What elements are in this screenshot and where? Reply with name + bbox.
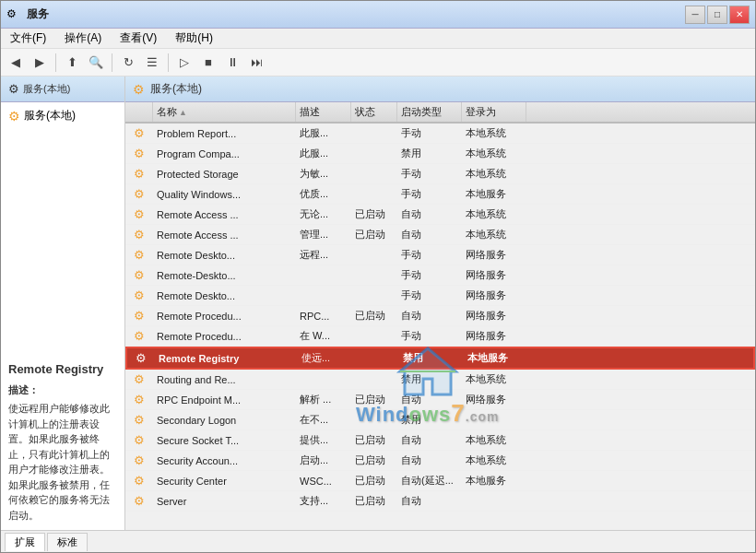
table-row[interactable]: ⚙ Problem Report... 此服... 手动 本地系统 — [125, 124, 755, 144]
row-name: Remote-Deskto... — [153, 265, 296, 285]
tab-standard[interactable]: 标准 — [47, 533, 88, 551]
row-name: Remote Procedu... — [153, 326, 296, 346]
close-button[interactable]: ✕ — [729, 6, 750, 24]
row-login: 本地服务 — [462, 184, 526, 204]
refresh-button[interactable]: ↻ — [117, 52, 139, 74]
right-header: ⚙ 服务(本地) — [125, 76, 755, 102]
row-startup: 自动 — [397, 225, 462, 244]
view-button[interactable]: ☰ — [141, 52, 163, 74]
row-name: Remote Access ... — [153, 205, 296, 224]
row-startup: 自动 — [397, 390, 462, 409]
table-row[interactable]: ⚙ Security Center WSC... 已启动 自动(延迟... 本地… — [125, 471, 755, 491]
table-row[interactable]: ⚙ Protected Storage 为敏... 手动 本地系统 — [125, 164, 755, 184]
table-row[interactable]: ⚙ Program Compa... 此服... 禁用 本地系统 — [125, 144, 755, 164]
table-row[interactable]: ⚙ RPC Endpoint M... 解析 ... 已启动 自动 网络服务 — [125, 390, 755, 410]
row-desc: 提供... — [296, 430, 351, 450]
row-status — [351, 265, 397, 285]
content-area: ⚙ 服务(本地) ⚙ 服务(本地) Remote Registry 描述： 使远… — [1, 76, 755, 530]
toolbar-separator2 — [112, 53, 112, 72]
row-desc: 此服... — [296, 144, 351, 163]
row-icon: ⚙ — [125, 306, 153, 325]
row-startup: 手动 — [397, 326, 462, 346]
row-status — [351, 164, 397, 183]
skip-button[interactable]: ⏭ — [245, 52, 267, 74]
sidebar-icon: ⚙ — [8, 82, 19, 96]
menu-help[interactable]: 帮助(H) — [170, 29, 219, 48]
row-name: Remote Procedu... — [153, 306, 296, 325]
col-startup: 启动类型 — [397, 102, 462, 122]
table-row[interactable]: ⚙ Remote Registry 使远... 禁用 本地服务 — [125, 347, 755, 370]
col-name[interactable]: 名称 ▲ — [153, 102, 296, 122]
row-desc: 优质... — [296, 184, 351, 204]
table-row[interactable]: ⚙ Remote Procedu... RPC... 已启动 自动 网络服务 — [125, 306, 755, 326]
window-icon: ⚙ — [6, 7, 21, 22]
table-row[interactable]: ⚙ Server 支持... 已启动 自动 — [125, 491, 755, 512]
row-icon: ⚙ — [125, 144, 153, 163]
row-desc: RPC... — [296, 306, 351, 325]
row-desc: 为敏... — [296, 164, 351, 183]
row-status: 已启动 — [351, 205, 397, 224]
right-header-title: 服务(本地) — [150, 81, 202, 97]
right-panel: ⚙ 服务(本地) Windows7.com 名称 — [125, 76, 755, 530]
play-button[interactable]: ▷ — [173, 52, 195, 74]
row-icon: ⚙ — [125, 430, 153, 450]
sidebar-item-label: 服务(本地) — [24, 108, 76, 124]
up-button[interactable]: ⬆ — [61, 52, 83, 74]
row-login: 本地系统 — [462, 370, 526, 389]
row-status — [353, 348, 399, 368]
toolbar-separator — [55, 53, 56, 72]
table-row[interactable]: ⚙ Remote Access ... 无论... 已启动 自动 本地系统 — [125, 205, 755, 225]
sort-arrow: ▲ — [179, 108, 187, 117]
table-row[interactable]: ⚙ Routing and Re... 禁用 本地系统 — [125, 370, 755, 390]
row-icon: ⚙ — [125, 205, 153, 224]
row-status — [351, 410, 397, 429]
table-row[interactable]: ⚙ Quality Windows... 优质... 手动 本地服务 — [125, 184, 755, 205]
table-row[interactable]: ⚙ Remote Access ... 管理... 已启动 自动 本地系统 — [125, 225, 755, 245]
row-status: 已启动 — [351, 390, 397, 409]
row-status — [351, 326, 397, 346]
table-row[interactable]: ⚙ Security Accoun... 启动... 已启动 自动 本地系统 — [125, 451, 755, 471]
menu-file[interactable]: 文件(F) — [5, 29, 52, 48]
row-icon: ⚙ — [125, 286, 153, 305]
row-name: Remote Registry — [155, 348, 298, 368]
row-icon: ⚙ — [125, 370, 153, 389]
row-login: 网络服务 — [462, 306, 526, 325]
info-service-name: Remote Registry — [8, 360, 117, 380]
window-title: 服务 — [27, 6, 49, 22]
row-status — [351, 370, 397, 389]
row-startup: 禁用 — [397, 370, 462, 389]
row-desc: 解析 ... — [296, 390, 351, 409]
table-row[interactable]: ⚙ Remote-Deskto... 手动 网络服务 — [125, 265, 755, 286]
sidebar-item-local-services[interactable]: ⚙ 服务(本地) — [5, 106, 121, 125]
menu-action[interactable]: 操作(A) — [59, 29, 107, 48]
row-login: 网络服务 — [462, 286, 526, 305]
table-row[interactable]: ⚙ Remote Procedu... 在 W... 手动 网络服务 — [125, 326, 755, 347]
table-row[interactable]: ⚙ Secure Socket T... 提供... 已启动 自动 本地系统 — [125, 430, 755, 451]
row-icon: ⚙ — [125, 471, 153, 490]
stop-button[interactable]: ■ — [197, 52, 219, 74]
right-header-icon: ⚙ — [133, 82, 145, 97]
sidebar: ⚙ 服务(本地) ⚙ 服务(本地) Remote Registry 描述： 使远… — [1, 76, 125, 530]
pause-button[interactable]: ⏸ — [221, 52, 243, 74]
row-name: Program Compa... — [153, 144, 296, 163]
row-login — [462, 491, 526, 511]
row-name: Secondary Logon — [153, 410, 296, 429]
row-status: 已启动 — [351, 430, 397, 450]
minimize-button[interactable]: ─ — [685, 6, 705, 24]
maximize-button[interactable]: □ — [707, 6, 727, 24]
col-login: 登录为 — [462, 102, 526, 122]
table-row[interactable]: ⚙ Remote Deskto... 手动 网络服务 — [125, 286, 755, 306]
row-login: 本地系统 — [462, 205, 526, 224]
row-startup: 自动 — [397, 451, 462, 470]
row-login — [462, 410, 526, 429]
info-panel: Remote Registry 描述： 使远程用户能够修改此计算机上的注册表设置… — [1, 353, 124, 530]
services-table[interactable]: 名称 ▲ 描述 状态 启动类型 登录为 ⚙ Problem Report... … — [125, 102, 755, 530]
table-row[interactable]: ⚙ Secondary Logon 在不... 禁用 — [125, 410, 755, 430]
tab-extend[interactable]: 扩展 — [5, 533, 45, 551]
back-button[interactable]: ◀ — [5, 52, 27, 74]
search-button[interactable]: 🔍 — [85, 52, 107, 74]
forward-button[interactable]: ▶ — [29, 52, 51, 74]
menu-view[interactable]: 查看(V) — [114, 29, 162, 48]
table-row[interactable]: ⚙ Remote Deskto... 远程... 手动 网络服务 — [125, 245, 755, 265]
row-name: Remote Deskto... — [153, 286, 296, 305]
